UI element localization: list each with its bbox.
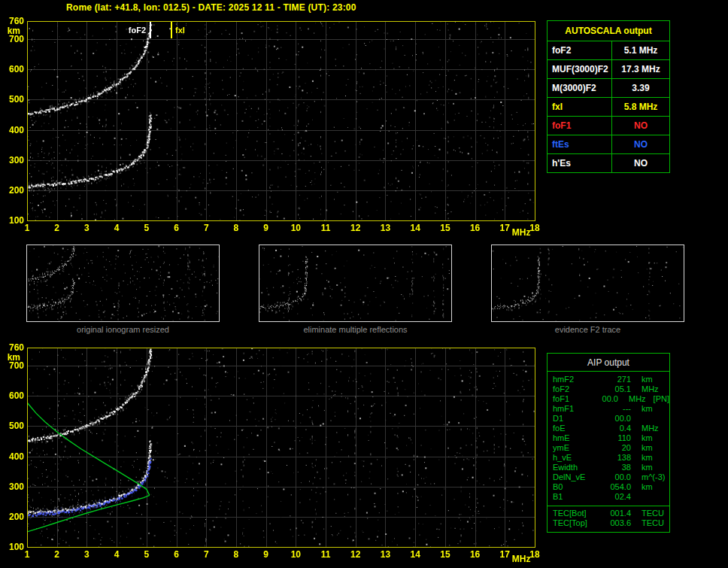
aip-value: 001.4 <box>595 509 631 518</box>
thumbnail-no-multiples <box>259 245 452 322</box>
param-value-ftes: NO <box>612 135 670 154</box>
aip-value: 271 <box>595 375 631 384</box>
param-value-muf3000f2: 17.3 MHz <box>612 60 670 79</box>
aip-row-yme: ymE20km <box>553 443 669 453</box>
autoscala-row-3: fxI 5.8 MHz <box>548 98 670 117</box>
aip-row-fof2: foF205.1MHz <box>553 384 669 394</box>
aip-row-hme: hmE110km <box>553 433 669 443</box>
aip-unit: km <box>642 375 653 384</box>
autoscala-row-4: foF1 NO <box>548 117 670 135</box>
aip-label: foF1 <box>553 394 588 404</box>
autoscala-table-title: AUTOSCALA output <box>548 21 670 41</box>
aip-label: hmF2 <box>553 375 595 384</box>
autoscala-row-6: h'Es NO <box>548 154 670 173</box>
autoscala-row-0: foF2 5.1 MHz <box>548 41 670 60</box>
param-value-hes: NO <box>612 154 670 173</box>
aip-row-b0: B0054.0km <box>553 482 669 492</box>
aip-label: hmE <box>553 433 595 443</box>
aip-flag-pn: [PN] <box>654 394 669 404</box>
aip-label: foF2 <box>553 384 595 394</box>
aip-label: DelN_vE <box>553 472 595 482</box>
param-value-fof2: 5.1 MHz <box>612 41 670 60</box>
aip-value: 38 <box>595 463 631 472</box>
aip-value: 05.1 <box>595 384 631 394</box>
aip-label: D1 <box>553 414 595 424</box>
aip-unit: km <box>642 463 653 472</box>
aip-label: hmF1 <box>553 404 595 414</box>
aip-value: 003.6 <box>595 518 631 528</box>
thumbnail-caption-original: original ionogram resized <box>26 325 220 334</box>
autoscala-row-1: MUF(3000)F2 17.3 MHz <box>548 60 670 79</box>
aip-output-table: AIP output hmF2271km foF205.1MHz foF100.… <box>547 353 670 533</box>
profile-ionogram-canvas <box>0 340 544 566</box>
aip-row-ewidth: Ewidth38km <box>553 463 669 472</box>
aip-unit: MHz <box>642 384 659 394</box>
aip-unit: MHz <box>629 394 646 404</box>
param-label-muf3000f2: MUF(3000)F2 <box>548 60 612 79</box>
aip-parameter-list: hmF2271km foF205.1MHz foF100.0MHz[PN] hm… <box>548 372 669 503</box>
thumbnail-original-ionogram <box>26 245 220 322</box>
aip-unit: TECU <box>642 518 664 528</box>
thumbnail-original-canvas <box>27 245 219 321</box>
aip-unit: km <box>642 453 653 463</box>
aip-value: 20 <box>595 443 631 453</box>
aip-value: 054.0 <box>595 482 631 492</box>
thumbnail-f2-evidence <box>491 245 684 322</box>
param-value-fof1: NO <box>612 117 670 135</box>
autoscala-screen: Rome (lat: +41.8, lon: 012.5) - DATE: 20… <box>0 0 728 568</box>
aip-value: 02.4 <box>595 492 631 502</box>
aip-row-hmf1: hmF1---km <box>553 404 669 414</box>
aip-unit: m^(-3) <box>642 472 665 482</box>
param-value-fxi: 5.8 MHz <box>612 98 670 117</box>
aip-row-fof1: foF100.0MHz[PN] <box>553 394 669 404</box>
aip-row-foe: foE0.4MHz <box>553 424 669 433</box>
aip-row-b1: B102.4 <box>553 492 669 502</box>
aip-label: TEC[Bot] <box>553 509 595 518</box>
thumbnail-no-multiples-canvas <box>259 245 451 321</box>
param-label-m3000f2: M(3000)F2 <box>548 79 612 98</box>
autoscala-row-5: ftEs NO <box>548 135 670 154</box>
aip-unit: km <box>642 404 653 414</box>
aip-label: TEC[Top] <box>553 518 595 528</box>
aip-unit: km <box>642 482 653 492</box>
aip-value: 00.0 <box>595 414 631 424</box>
aip-label: B0 <box>553 482 595 492</box>
aip-table-title: AIP output <box>548 354 669 372</box>
thumbnail-caption-f2-evidence: evidence F2 trace <box>491 325 684 334</box>
aip-value: 138 <box>595 453 631 463</box>
aip-row-d1: D100.0 <box>553 414 669 424</box>
aip-label: foE <box>553 424 595 433</box>
aip-unit: km <box>642 443 653 453</box>
aip-unit: km <box>642 433 653 443</box>
aip-unit: MHz <box>642 424 659 433</box>
aip-unit: TECU <box>642 509 664 518</box>
autoscala-output-table: AUTOSCALA output foF2 5.1 MHz MUF(3000)F… <box>547 20 670 173</box>
thumbnail-f2-evidence-canvas <box>492 245 684 321</box>
aip-label: h_vE <box>553 453 595 463</box>
thumbnail-caption-no-multiples: eliminate multiple reflections <box>259 325 452 334</box>
aip-value: 00.0 <box>588 394 618 404</box>
aip-row-tecbot: TEC[Bot]001.4TECU <box>553 509 669 518</box>
aip-row-hmf2: hmF2271km <box>553 375 669 384</box>
aip-row-hve: h_vE138km <box>553 453 669 463</box>
aip-row-delnve: DelN_vE00.0m^(-3) <box>553 472 669 482</box>
aip-value: 00.0 <box>595 472 631 482</box>
aip-label: Ewidth <box>553 463 595 472</box>
aip-tec-list: TEC[Bot]001.4TECU TEC[Top]003.6TECU <box>548 506 669 530</box>
param-label-fxi: fxI <box>548 98 612 117</box>
aip-label: ymE <box>553 443 595 453</box>
aip-row-tectop: TEC[Top]003.6TECU <box>553 518 669 528</box>
param-label-fof2: foF2 <box>548 41 612 60</box>
autoscala-table-header: AUTOSCALA output <box>548 21 670 41</box>
aip-value: --- <box>595 404 631 414</box>
aip-value: 0.4 <box>595 424 631 433</box>
main-ionogram-canvas <box>0 14 544 239</box>
param-label-hes: h'Es <box>548 154 612 173</box>
param-label-fof1: foF1 <box>548 117 612 135</box>
param-value-m3000f2: 3.39 <box>612 79 670 98</box>
param-label-ftes: ftEs <box>548 135 612 154</box>
page-title: Rome (lat: +41.8, lon: 012.5) - DATE: 20… <box>66 2 356 13</box>
aip-label: B1 <box>553 492 595 502</box>
autoscala-row-2: M(3000)F2 3.39 <box>548 79 670 98</box>
aip-value: 110 <box>595 433 631 443</box>
